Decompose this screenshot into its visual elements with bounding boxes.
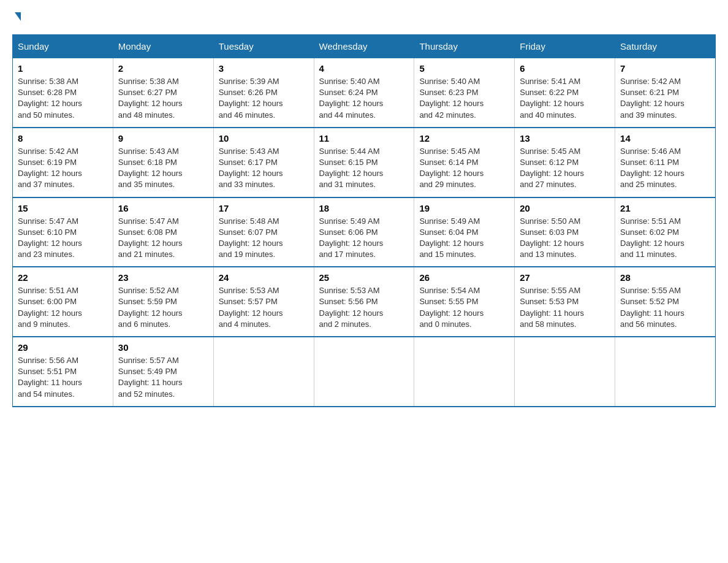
calendar-day-cell: 3Sunrise: 5:39 AMSunset: 6:26 PMDaylight…	[213, 58, 314, 128]
day-info: Sunrise: 5:45 AMSunset: 6:14 PMDaylight:…	[419, 146, 509, 191]
calendar-day-cell: 12Sunrise: 5:45 AMSunset: 6:14 PMDayligh…	[414, 128, 515, 197]
calendar-day-cell: 29Sunrise: 5:56 AMSunset: 5:51 PMDayligh…	[13, 337, 113, 407]
day-number: 13	[520, 133, 610, 144]
day-number: 26	[419, 272, 509, 283]
empty-day-cell	[414, 337, 515, 407]
day-info: Sunrise: 5:46 AMSunset: 6:11 PMDaylight:…	[620, 146, 710, 191]
day-info: Sunrise: 5:42 AMSunset: 6:19 PMDaylight:…	[18, 146, 108, 191]
day-number: 11	[319, 133, 409, 144]
logo	[12, 12, 21, 22]
calendar-day-cell: 10Sunrise: 5:43 AMSunset: 6:17 PMDayligh…	[213, 128, 314, 197]
day-number: 12	[419, 133, 509, 144]
day-number: 25	[319, 272, 409, 283]
day-info: Sunrise: 5:55 AMSunset: 5:52 PMDaylight:…	[620, 285, 710, 330]
day-number: 4	[319, 63, 409, 74]
empty-day-cell	[615, 337, 716, 407]
calendar-week-row: 1Sunrise: 5:38 AMSunset: 6:28 PMDaylight…	[13, 58, 716, 128]
day-number: 14	[620, 133, 710, 144]
day-info: Sunrise: 5:47 AMSunset: 6:08 PMDaylight:…	[118, 216, 208, 261]
day-number: 10	[219, 133, 309, 144]
day-number: 29	[18, 342, 108, 353]
day-number: 17	[219, 203, 309, 213]
day-number: 24	[219, 272, 309, 283]
day-number: 21	[620, 203, 710, 213]
day-info: Sunrise: 5:49 AMSunset: 6:06 PMDaylight:…	[319, 216, 409, 261]
calendar-day-cell: 4Sunrise: 5:40 AMSunset: 6:24 PMDaylight…	[314, 58, 414, 128]
calendar-day-cell: 17Sunrise: 5:48 AMSunset: 6:07 PMDayligh…	[213, 197, 314, 267]
day-info: Sunrise: 5:40 AMSunset: 6:24 PMDaylight:…	[319, 76, 409, 121]
calendar-day-cell: 22Sunrise: 5:51 AMSunset: 6:00 PMDayligh…	[13, 267, 113, 337]
calendar-day-cell: 1Sunrise: 5:38 AMSunset: 6:28 PMDaylight…	[13, 58, 113, 128]
day-info: Sunrise: 5:51 AMSunset: 6:00 PMDaylight:…	[18, 285, 108, 330]
day-info: Sunrise: 5:52 AMSunset: 5:59 PMDaylight:…	[118, 285, 208, 330]
calendar-day-cell: 14Sunrise: 5:46 AMSunset: 6:11 PMDayligh…	[615, 128, 716, 197]
calendar-week-row: 22Sunrise: 5:51 AMSunset: 6:00 PMDayligh…	[13, 267, 716, 337]
logo-triangle-icon	[15, 12, 21, 21]
day-number: 9	[118, 133, 208, 144]
calendar-day-cell: 6Sunrise: 5:41 AMSunset: 6:22 PMDaylight…	[515, 58, 615, 128]
calendar-week-row: 8Sunrise: 5:42 AMSunset: 6:19 PMDaylight…	[13, 128, 716, 197]
day-info: Sunrise: 5:49 AMSunset: 6:04 PMDaylight:…	[419, 216, 509, 261]
calendar-day-cell: 28Sunrise: 5:55 AMSunset: 5:52 PMDayligh…	[615, 267, 716, 337]
day-info: Sunrise: 5:39 AMSunset: 6:26 PMDaylight:…	[219, 76, 309, 121]
empty-day-cell	[314, 337, 414, 407]
calendar-day-cell: 27Sunrise: 5:55 AMSunset: 5:53 PMDayligh…	[515, 267, 615, 337]
day-number: 28	[620, 272, 710, 283]
calendar-day-cell: 5Sunrise: 5:40 AMSunset: 6:23 PMDaylight…	[414, 58, 515, 128]
weekday-header-sunday: Sunday	[13, 35, 113, 58]
day-number: 15	[18, 203, 108, 213]
weekday-header-wednesday: Wednesday	[314, 35, 414, 58]
day-info: Sunrise: 5:41 AMSunset: 6:22 PMDaylight:…	[520, 76, 610, 121]
weekday-header-friday: Friday	[515, 35, 615, 58]
day-number: 20	[520, 203, 610, 213]
day-info: Sunrise: 5:56 AMSunset: 5:51 PMDaylight:…	[18, 355, 108, 400]
day-number: 18	[319, 203, 409, 213]
empty-day-cell	[213, 337, 314, 407]
calendar-day-cell: 11Sunrise: 5:44 AMSunset: 6:15 PMDayligh…	[314, 128, 414, 197]
day-info: Sunrise: 5:44 AMSunset: 6:15 PMDaylight:…	[319, 146, 409, 191]
day-info: Sunrise: 5:51 AMSunset: 6:02 PMDaylight:…	[620, 216, 710, 261]
weekday-header-tuesday: Tuesday	[213, 35, 314, 58]
calendar-table: SundayMondayTuesdayWednesdayThursdayFrid…	[12, 34, 716, 407]
day-info: Sunrise: 5:57 AMSunset: 5:49 PMDaylight:…	[118, 355, 208, 400]
page-header	[12, 12, 716, 22]
day-info: Sunrise: 5:43 AMSunset: 6:17 PMDaylight:…	[219, 146, 309, 191]
calendar-week-row: 29Sunrise: 5:56 AMSunset: 5:51 PMDayligh…	[13, 337, 716, 407]
day-number: 8	[18, 133, 108, 144]
day-number: 3	[219, 63, 309, 74]
day-info: Sunrise: 5:45 AMSunset: 6:12 PMDaylight:…	[520, 146, 610, 191]
day-number: 5	[419, 63, 509, 74]
day-info: Sunrise: 5:50 AMSunset: 6:03 PMDaylight:…	[520, 216, 610, 261]
calendar-day-cell: 7Sunrise: 5:42 AMSunset: 6:21 PMDaylight…	[615, 58, 716, 128]
day-info: Sunrise: 5:55 AMSunset: 5:53 PMDaylight:…	[520, 285, 610, 330]
calendar-day-cell: 2Sunrise: 5:38 AMSunset: 6:27 PMDaylight…	[113, 58, 213, 128]
day-info: Sunrise: 5:43 AMSunset: 6:18 PMDaylight:…	[118, 146, 208, 191]
calendar-day-cell: 21Sunrise: 5:51 AMSunset: 6:02 PMDayligh…	[615, 197, 716, 267]
day-number: 30	[118, 342, 208, 353]
day-info: Sunrise: 5:47 AMSunset: 6:10 PMDaylight:…	[18, 216, 108, 261]
calendar-day-cell: 23Sunrise: 5:52 AMSunset: 5:59 PMDayligh…	[113, 267, 213, 337]
calendar-day-cell: 26Sunrise: 5:54 AMSunset: 5:55 PMDayligh…	[414, 267, 515, 337]
calendar-day-cell: 16Sunrise: 5:47 AMSunset: 6:08 PMDayligh…	[113, 197, 213, 267]
weekday-header-saturday: Saturday	[615, 35, 716, 58]
day-number: 2	[118, 63, 208, 74]
calendar-day-cell: 25Sunrise: 5:53 AMSunset: 5:56 PMDayligh…	[314, 267, 414, 337]
calendar-day-cell: 18Sunrise: 5:49 AMSunset: 6:06 PMDayligh…	[314, 197, 414, 267]
calendar-day-cell: 9Sunrise: 5:43 AMSunset: 6:18 PMDaylight…	[113, 128, 213, 197]
calendar-day-cell: 24Sunrise: 5:53 AMSunset: 5:57 PMDayligh…	[213, 267, 314, 337]
calendar-day-cell: 8Sunrise: 5:42 AMSunset: 6:19 PMDaylight…	[13, 128, 113, 197]
calendar-day-cell: 19Sunrise: 5:49 AMSunset: 6:04 PMDayligh…	[414, 197, 515, 267]
day-number: 6	[520, 63, 610, 74]
calendar-day-cell: 13Sunrise: 5:45 AMSunset: 6:12 PMDayligh…	[515, 128, 615, 197]
day-info: Sunrise: 5:42 AMSunset: 6:21 PMDaylight:…	[620, 76, 710, 121]
calendar-day-cell: 30Sunrise: 5:57 AMSunset: 5:49 PMDayligh…	[113, 337, 213, 407]
weekday-header-monday: Monday	[113, 35, 213, 58]
day-number: 16	[118, 203, 208, 213]
weekday-header-row: SundayMondayTuesdayWednesdayThursdayFrid…	[13, 35, 716, 58]
day-number: 7	[620, 63, 710, 74]
day-info: Sunrise: 5:48 AMSunset: 6:07 PMDaylight:…	[219, 216, 309, 261]
calendar-day-cell: 20Sunrise: 5:50 AMSunset: 6:03 PMDayligh…	[515, 197, 615, 267]
day-info: Sunrise: 5:53 AMSunset: 5:57 PMDaylight:…	[219, 285, 309, 330]
day-number: 27	[520, 272, 610, 283]
calendar-week-row: 15Sunrise: 5:47 AMSunset: 6:10 PMDayligh…	[13, 197, 716, 267]
